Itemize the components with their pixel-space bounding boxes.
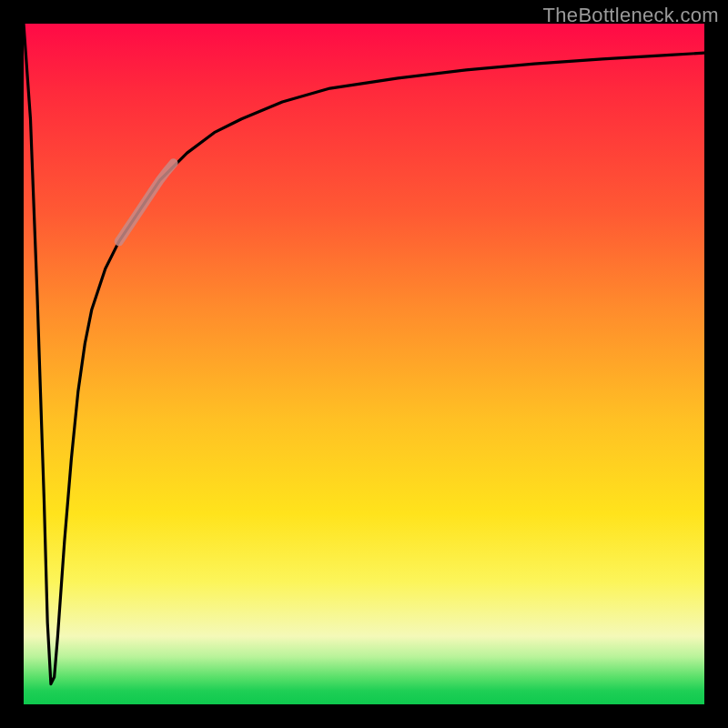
plot-area (24, 24, 704, 704)
chart-frame: TheBottleneck.com (0, 0, 728, 728)
main-curve (24, 24, 704, 684)
watermark-text: TheBottleneck.com (543, 4, 719, 27)
highlight-segment (119, 163, 174, 241)
curve-layer (24, 24, 704, 704)
